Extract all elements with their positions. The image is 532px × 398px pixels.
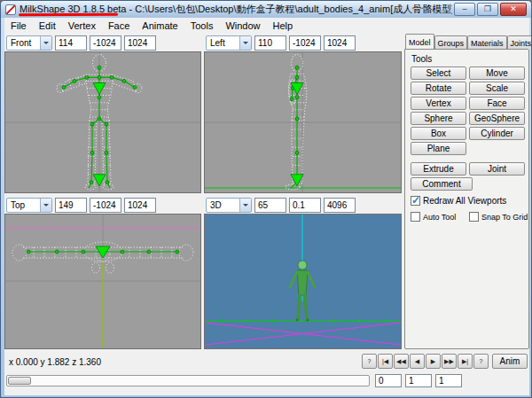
transport-extra-button[interactable]: ? (473, 354, 489, 369)
perspective-model-render (205, 215, 401, 348)
last-frame-button[interactable]: ▶| (458, 354, 473, 369)
client-area: Front (4, 33, 529, 395)
viewport-left-canvas[interactable] (204, 51, 402, 193)
viewport-top-mode-dropdown[interactable]: Top (6, 198, 52, 213)
viewport-3d-header: 3D (204, 196, 402, 214)
menu-bar: File Edit Vertex Face Animate Tools Wind… (4, 18, 529, 33)
face-button[interactable]: Face (469, 97, 525, 110)
checkbox-icon[interactable] (411, 196, 420, 206)
viewport-3d: 3D (204, 196, 402, 349)
viewport-3d-canvas[interactable] (204, 214, 402, 349)
viewport-left-mode-dropdown[interactable]: Left (206, 35, 252, 51)
previous-frame-button[interactable]: ◀ (410, 354, 425, 369)
menu-animate[interactable]: Animate (136, 20, 184, 32)
checkbox-icon[interactable] (469, 212, 479, 222)
viewport-front-mode-dropdown[interactable]: Front (6, 35, 52, 51)
fast-forward-button[interactable]: ▶▶ (442, 354, 457, 369)
viewport-3d-fov-field[interactable] (254, 198, 286, 213)
viewport-front-mode-label: Front (11, 38, 31, 48)
tools-label: Tools (411, 54, 432, 64)
extrude-button[interactable]: Extrude (411, 162, 466, 176)
side-panel: Model Groups Materials Joints Tools Sele… (404, 34, 529, 349)
scale-button[interactable]: Scale (469, 82, 525, 95)
menu-file[interactable]: File (4, 20, 33, 32)
viewport-left-mode-label: Left (210, 38, 225, 48)
vertex-button[interactable]: Vertex (411, 97, 466, 110)
transport-controls: ? |◀ ◀◀ ◀ ▶ ▶▶ ▶| ? (362, 354, 489, 369)
viewport-left-min-field[interactable] (289, 35, 321, 51)
comment-button[interactable]: Comment (411, 177, 473, 191)
cylinder-button[interactable]: Cylinder (469, 127, 525, 140)
sphere-button[interactable]: Sphere (411, 112, 466, 125)
viewport-left: Left (204, 34, 402, 193)
select-button[interactable]: Select (411, 66, 466, 80)
app-icon (5, 4, 16, 15)
viewport-3d-mode-dropdown[interactable]: 3D (206, 198, 252, 213)
timeline-row (4, 374, 529, 388)
milkshape-window: MilkShape 3D 1.8.5 beta - C:\Users\包包\De… (0, 0, 532, 398)
red-underline-annotation (19, 13, 118, 17)
total-frames-field[interactable] (435, 374, 462, 387)
joint-button[interactable]: Joint (469, 162, 525, 176)
viewport-3d-far-field[interactable] (324, 198, 356, 213)
menu-tools[interactable]: Tools (184, 20, 220, 32)
redraw-all-viewports-checkbox[interactable]: Redraw All Viewports (411, 196, 506, 206)
snap-to-grid-checkbox[interactable]: Snap To Grid (469, 212, 528, 222)
viewport-left-max-field[interactable] (324, 35, 356, 51)
viewport-top: Top (4, 196, 201, 349)
chevron-down-icon[interactable] (40, 199, 51, 212)
next-frame-button[interactable]: ▶ (426, 354, 441, 369)
snap-to-grid-label: Snap To Grid (481, 213, 528, 222)
minimize-button[interactable]: – (454, 3, 475, 16)
frame-slider-thumb[interactable] (8, 377, 31, 385)
frame-slider[interactable] (6, 375, 370, 386)
viewport-top-max-field[interactable] (124, 198, 156, 213)
viewport-front-header: Front (4, 34, 201, 51)
tab-model[interactable]: Model (405, 34, 434, 49)
viewport-3d-near-field[interactable] (289, 198, 321, 213)
menu-window[interactable]: Window (219, 20, 266, 32)
move-button[interactable]: Move (469, 66, 525, 80)
title-bar[interactable]: MilkShape 3D 1.8.5 beta - C:\Users\包包\De… (1, 1, 531, 18)
first-frame-button[interactable]: |◀ (378, 354, 393, 369)
viewport-front-canvas[interactable] (4, 51, 201, 193)
front-model-wireframe (5, 52, 200, 192)
viewport-front-min-field[interactable] (90, 35, 121, 51)
box-button[interactable]: Box (411, 127, 466, 140)
panel-body: Tools Select Move Rotate Scale Vertex Fa… (404, 49, 529, 349)
viewport-left-zoom-field[interactable] (254, 35, 286, 51)
menu-help[interactable]: Help (267, 20, 300, 32)
menu-face[interactable]: Face (102, 20, 136, 32)
start-frame-field[interactable] (405, 374, 432, 387)
viewport-top-header: Top (4, 196, 201, 214)
viewport-top-zoom-field[interactable] (55, 198, 87, 213)
current-frame-field[interactable] (375, 374, 402, 387)
viewport-front-max-field[interactable] (124, 35, 156, 51)
viewport-top-canvas[interactable] (4, 214, 201, 349)
chevron-down-icon[interactable] (239, 199, 251, 212)
maximize-button[interactable]: ❐ (477, 3, 498, 16)
viewport-front-zoom-field[interactable] (55, 35, 87, 51)
checkbox-icon[interactable] (411, 212, 420, 222)
left-model-wireframe (205, 52, 401, 192)
auto-tool-checkbox[interactable]: Auto Tool (411, 212, 456, 222)
menu-vertex[interactable]: Vertex (62, 20, 102, 32)
rotate-button[interactable]: Rotate (411, 82, 466, 95)
top-model-wireframe (5, 215, 200, 348)
viewport-3d-mode-label: 3D (210, 200, 222, 210)
plane-button[interactable]: Plane (411, 142, 466, 155)
fast-rewind-button[interactable]: ◀◀ (394, 354, 409, 369)
chevron-down-icon[interactable] (239, 36, 251, 50)
window-controls: – ❐ ✕ (452, 3, 527, 16)
geosphere-button[interactable]: GeoSphere (469, 112, 525, 125)
tab-joints[interactable]: Joints (507, 35, 532, 49)
menu-edit[interactable]: Edit (33, 20, 62, 32)
anim-toggle-button[interactable]: Anim (492, 354, 528, 369)
chevron-down-icon[interactable] (40, 36, 51, 50)
tab-groups[interactable]: Groups (434, 35, 468, 49)
tab-materials[interactable]: Materials (467, 35, 507, 49)
transport-help-button[interactable]: ? (362, 354, 377, 369)
viewport-front: Front (4, 34, 201, 193)
close-button[interactable]: ✕ (500, 3, 527, 16)
viewport-top-min-field[interactable] (90, 198, 121, 213)
